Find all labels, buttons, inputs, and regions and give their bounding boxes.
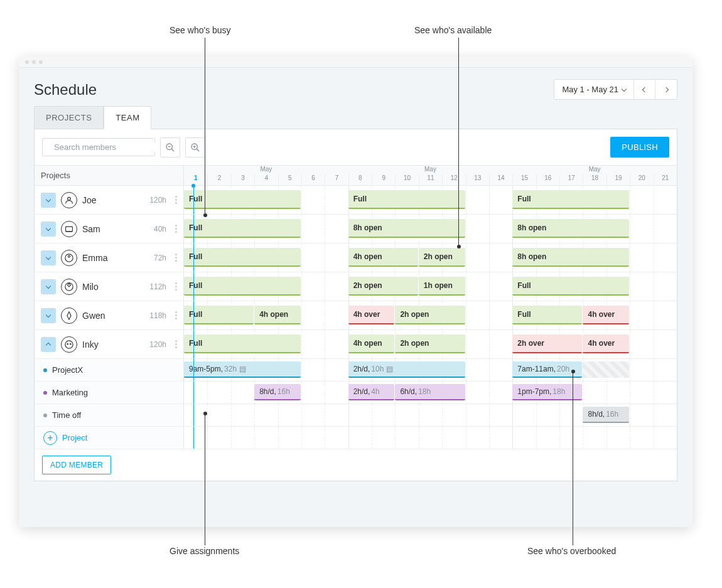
schedule-block[interactable]: Full <box>512 190 629 209</box>
day-label: 14 <box>489 174 512 184</box>
schedule-block[interactable]: Full <box>184 248 301 267</box>
day-label: 12 <box>442 174 465 184</box>
schedule-block[interactable]: 8h open <box>512 219 629 238</box>
schedule-block[interactable]: 1h open <box>419 277 465 296</box>
schedule-block[interactable]: 2h/d, 10h▤ <box>348 361 465 378</box>
member-hours: 112h <box>149 282 166 291</box>
svg-point-9 <box>68 197 71 200</box>
search-input-wrap[interactable] <box>42 138 155 156</box>
add-project-row: + Project <box>35 427 677 449</box>
expand-toggle[interactable] <box>41 193 56 208</box>
schedule-block[interactable]: 4h over <box>348 306 395 324</box>
expand-toggle[interactable] <box>41 308 56 323</box>
search-input[interactable] <box>54 142 159 152</box>
member-hours: 120h <box>149 196 166 205</box>
member-row: Gwen 118h Full4h open4h over2h openFull4… <box>35 301 677 330</box>
schedule-block[interactable]: 2h/d, 4h <box>348 384 395 400</box>
expand-toggle[interactable] <box>41 222 56 237</box>
tabs: PROJECTS TEAM <box>19 106 692 129</box>
schedule-block[interactable]: Full <box>184 277 301 296</box>
day-label: 5 <box>278 174 301 184</box>
today-line <box>193 404 194 426</box>
svg-point-17 <box>70 343 72 345</box>
member-name: Emma <box>82 253 107 263</box>
today-line <box>193 272 194 301</box>
avatar <box>61 279 77 295</box>
schedule-block[interactable]: 4h over <box>583 334 629 353</box>
date-range-dropdown[interactable]: May 1 - May 21 <box>554 80 634 99</box>
schedule-block[interactable]: 2h over <box>512 334 582 353</box>
month-label: May <box>184 166 348 174</box>
schedule-block[interactable]: 4h open <box>348 334 395 353</box>
schedule-block[interactable] <box>583 361 629 378</box>
day-label: 17 <box>559 174 583 184</box>
schedule-block[interactable]: Full <box>184 190 301 209</box>
day-label: 20 <box>630 174 653 184</box>
day-label: 13 <box>466 174 489 184</box>
schedule-block[interactable]: 6h/d, 18h <box>395 384 465 400</box>
next-period-button[interactable] <box>655 80 677 99</box>
annotation-dot <box>203 213 207 217</box>
day-label: 15 <box>512 174 536 184</box>
schedule-block[interactable]: Full <box>348 190 465 209</box>
timeline: Full2h open1h openFull <box>184 272 677 301</box>
expand-toggle[interactable] <box>41 250 56 265</box>
day-label: 19 <box>606 174 630 184</box>
zoom-out-button[interactable] <box>160 137 180 158</box>
drag-handle[interactable] <box>175 340 177 348</box>
schedule-block[interactable]: 9am-5pm, 32h▤ <box>184 361 301 378</box>
member-row: Joe 120h FullFullFull <box>35 186 677 215</box>
drag-handle[interactable] <box>175 311 177 319</box>
publish-button[interactable]: PUBLISH <box>610 137 669 158</box>
chevron-down-icon <box>46 254 51 259</box>
day-label: 1 <box>184 174 207 184</box>
drag-handle[interactable] <box>175 225 177 233</box>
schedule-block[interactable]: 8h/d, 16h <box>254 384 301 400</box>
schedule-block[interactable]: 2h open <box>395 334 465 353</box>
annotation-available: See who's available <box>414 25 492 35</box>
schedule-block[interactable]: 8h open <box>348 219 465 238</box>
schedule-block[interactable]: 4h open <box>254 306 301 324</box>
member-hours: 118h <box>149 311 166 320</box>
schedule-block[interactable]: 2h open <box>419 248 465 267</box>
expand-toggle[interactable] <box>41 279 56 294</box>
drag-handle[interactable] <box>175 196 177 204</box>
day-label: 8 <box>348 174 372 184</box>
schedule-block[interactable]: Full <box>512 306 582 324</box>
drag-handle[interactable] <box>175 282 177 291</box>
avatar <box>61 250 77 266</box>
project-name: Time off <box>52 410 81 420</box>
add-member-button[interactable]: ADD MEMBER <box>42 456 111 474</box>
add-project-button[interactable]: + Project <box>35 427 184 449</box>
schedule-block[interactable]: 8h/d, 16h <box>583 407 629 423</box>
prev-period-button[interactable] <box>634 80 655 99</box>
schedule-block[interactable]: 1pm-7pm, 18h <box>512 384 582 400</box>
day-label: 16 <box>536 174 559 184</box>
member-hours: 120h <box>149 340 166 349</box>
schedule-block[interactable]: Full <box>184 306 254 324</box>
svg-line-3 <box>171 149 174 151</box>
annotation-line <box>205 414 205 545</box>
expand-toggle[interactable] <box>41 337 56 352</box>
day-label: 18 <box>583 174 606 184</box>
schedule-block[interactable]: 2h open <box>348 277 418 296</box>
drag-handle[interactable] <box>175 254 177 262</box>
day-label: 7 <box>325 174 348 184</box>
schedule-block[interactable]: 4h over <box>583 306 629 324</box>
schedule-block[interactable]: Full <box>184 334 301 353</box>
today-line <box>193 301 194 329</box>
schedule-block[interactable]: 4h open <box>348 248 418 267</box>
annotation-assignments: Give assignments <box>170 546 239 556</box>
app-window: Schedule May 1 - May 21 PROJECTS TEAM <box>19 56 692 527</box>
member-name: Sam <box>82 224 100 234</box>
schedule-block[interactable]: 8h open <box>512 248 629 267</box>
day-label: 10 <box>395 174 418 184</box>
schedule-block[interactable]: Full <box>512 277 629 296</box>
schedule-block[interactable]: 2h open <box>395 306 465 324</box>
schedule-block[interactable]: Full <box>184 219 301 238</box>
timeline: 9am-5pm, 32h▤2h/d, 10h▤7am-11am, 20h <box>184 359 677 381</box>
date-navigator: May 1 - May 21 <box>554 79 677 100</box>
tab-projects[interactable]: PROJECTS <box>34 106 104 129</box>
zoom-in-button[interactable] <box>185 137 205 158</box>
tab-team[interactable]: TEAM <box>104 106 151 129</box>
